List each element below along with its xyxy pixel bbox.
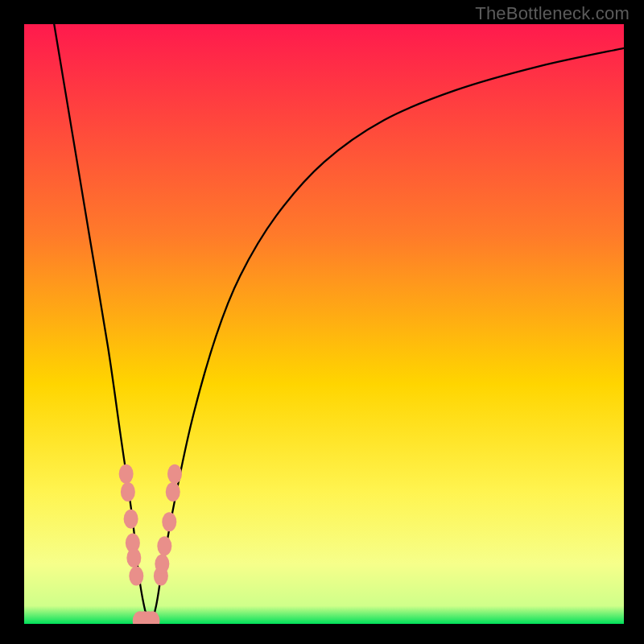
marker-point xyxy=(129,566,143,585)
marker-point xyxy=(121,482,135,502)
marker-point xyxy=(124,510,138,529)
watermark-text: TheBottleneck.com xyxy=(475,3,630,24)
marker-point xyxy=(126,548,141,568)
plot-area xyxy=(24,24,624,624)
marker-point xyxy=(166,482,180,502)
marker-point xyxy=(167,464,182,484)
marker-point xyxy=(155,555,169,574)
marker-point xyxy=(119,464,134,484)
chart-frame: TheBottleneck.com xyxy=(0,0,644,644)
marker-point xyxy=(162,512,176,531)
data-markers xyxy=(24,24,624,624)
marker-point xyxy=(157,536,171,555)
